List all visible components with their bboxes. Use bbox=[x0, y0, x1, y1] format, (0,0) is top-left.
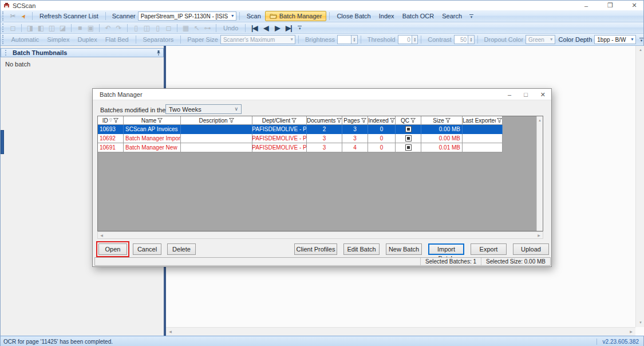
save-batch-icon[interactable]: ◻ bbox=[7, 24, 18, 32]
replace-page-icon[interactable]: ◫ bbox=[46, 24, 57, 32]
batch-manager-button[interactable]: Batch Manager bbox=[265, 11, 327, 21]
column-header-indexed[interactable]: Indexed bbox=[368, 116, 396, 125]
select-pointer-icon[interactable]: ↖ bbox=[191, 24, 202, 32]
rescan-icon[interactable]: ▣ bbox=[85, 24, 96, 32]
threshold-spinner[interactable]: ▲▼ bbox=[412, 35, 418, 44]
delete-page-icon[interactable]: ▯ bbox=[152, 24, 163, 32]
copy-page-icon[interactable]: ◻ bbox=[163, 24, 174, 32]
first-page-button[interactable]: |◀ bbox=[248, 24, 260, 32]
filter-icon[interactable] bbox=[113, 118, 118, 123]
duplex-button[interactable]: Duplex bbox=[73, 35, 101, 44]
edit-page-icon[interactable]: ◪ bbox=[57, 24, 68, 32]
toolbar-overflow-button[interactable]: ▾ bbox=[469, 14, 473, 18]
filter-icon[interactable] bbox=[291, 118, 297, 123]
dialog-restore-button[interactable]: □ bbox=[524, 91, 528, 98]
dialog-close-button[interactable]: ✕ bbox=[540, 91, 546, 99]
qc-checkbox[interactable] bbox=[405, 135, 412, 141]
scroll-up-icon[interactable]: ▲ bbox=[537, 119, 543, 122]
close-batch-button[interactable]: Close Batch bbox=[333, 11, 374, 21]
dialog-minimize-button[interactable]: – bbox=[508, 91, 511, 98]
split-page-icon[interactable]: ◫ bbox=[141, 24, 152, 32]
scroll-right-icon[interactable]: ▶ bbox=[627, 328, 635, 336]
column-header-description[interactable]: Description bbox=[181, 116, 252, 125]
rotate-right-icon[interactable]: ↷ bbox=[113, 24, 124, 32]
cancel-button[interactable]: Cancel bbox=[133, 243, 161, 255]
qc-checkbox[interactable] bbox=[405, 126, 412, 132]
scanner-select[interactable]: PaperStream_IP SP-1130N - [ISIS ▼ bbox=[138, 11, 236, 21]
table-row[interactable]: 10693SCScan AP InvoicesPAFISDEMOLIVE - P… bbox=[98, 125, 503, 134]
close-button[interactable]: ✕ bbox=[630, 2, 639, 9]
client-profiles-button[interactable]: Client Profiles bbox=[294, 243, 337, 255]
simplex-button[interactable]: Simplex bbox=[43, 35, 73, 44]
restore-button[interactable]: ❐ bbox=[606, 2, 615, 9]
filter-icon[interactable] bbox=[497, 118, 502, 123]
scroll-right-icon[interactable]: ▶ bbox=[535, 232, 543, 239]
key-icon[interactable]: ⊶ bbox=[202, 24, 213, 32]
open-button[interactable]: Open bbox=[98, 243, 127, 255]
column-header-last-exported[interactable]: Last Exported bbox=[463, 116, 503, 125]
column-header-dept-client[interactable]: Dept/Client bbox=[252, 116, 307, 125]
column-header-id[interactable]: ID▽ bbox=[98, 116, 124, 125]
ocr-icon[interactable]: ▦ bbox=[180, 24, 191, 32]
table-row[interactable]: 10691Batch Manager NewPAFISDEMOLIVE - P3… bbox=[98, 143, 503, 152]
grid-horizontal-scrollbar[interactable]: ◀ ▶ bbox=[97, 231, 543, 239]
column-header-name[interactable]: Name bbox=[124, 116, 181, 125]
brightness-spinner[interactable]: ▲▼ bbox=[351, 35, 358, 44]
filter-icon[interactable] bbox=[390, 118, 395, 123]
brightness-input[interactable] bbox=[337, 35, 351, 44]
refresh-scanner-list-button[interactable]: Refresh Scanner List bbox=[35, 11, 102, 21]
search-button[interactable]: Search bbox=[438, 11, 466, 21]
batches-filter-select[interactable]: Two Weeks ∨ bbox=[165, 104, 242, 114]
next-page-button[interactable]: ▶ bbox=[271, 24, 283, 32]
filter-icon[interactable] bbox=[445, 118, 451, 123]
scroll-left-icon[interactable]: ◀ bbox=[98, 232, 105, 239]
column-header-documents[interactable]: Documents bbox=[307, 116, 342, 125]
export-page-icon[interactable]: ◧ bbox=[35, 24, 46, 32]
dropout-color-select[interactable]: Green ▼ bbox=[526, 35, 555, 44]
edit-batch-button[interactable]: Edit Batch bbox=[343, 243, 380, 255]
disconnect-scanner-icon[interactable]: ✂ bbox=[7, 12, 18, 20]
last-page-button[interactable]: ▶| bbox=[283, 24, 294, 32]
delete-button[interactable]: Delete bbox=[167, 243, 196, 255]
toolbar-overflow-button[interactable]: ▾ bbox=[639, 38, 643, 42]
index-button[interactable]: Index bbox=[375, 11, 398, 21]
separators-button[interactable]: Separators bbox=[139, 35, 178, 44]
filter-icon[interactable] bbox=[157, 118, 163, 123]
column-header-pages[interactable]: Pages bbox=[342, 116, 368, 125]
qc-checkbox[interactable] bbox=[405, 144, 412, 151]
rotate-left-icon[interactable]: ↶ bbox=[102, 24, 113, 32]
filter-icon[interactable] bbox=[229, 118, 234, 123]
previous-page-button[interactable]: ◀ bbox=[260, 24, 271, 32]
panel-edge-tab[interactable] bbox=[1, 130, 4, 154]
filter-icon[interactable] bbox=[410, 118, 416, 123]
automatic-button[interactable]: Automatic bbox=[7, 35, 43, 44]
color-depth-select[interactable]: 1bpp - B/W ▼ bbox=[594, 35, 636, 44]
filter-icon[interactable] bbox=[361, 118, 366, 123]
import-page-icon[interactable]: ◨ bbox=[25, 24, 35, 32]
stop-scan-icon[interactable]: ■ bbox=[74, 24, 85, 32]
threshold-input[interactable]: 0 bbox=[398, 35, 412, 44]
toolbar-overflow-button[interactable]: ▾ bbox=[298, 26, 302, 30]
export-batch-button[interactable]: Export Batch bbox=[471, 243, 507, 255]
paper-size-select[interactable]: Scanner's Maximum ▼ bbox=[220, 35, 295, 44]
upload-batch-button[interactable]: Upload Batch bbox=[513, 243, 549, 255]
column-header-size[interactable]: Size bbox=[421, 116, 463, 125]
flat-bed-button[interactable]: Flat Bed bbox=[101, 35, 133, 44]
undo-button[interactable]: Undo bbox=[219, 23, 242, 33]
scroll-up-icon[interactable]: ▲ bbox=[636, 46, 644, 54]
grid-vertical-scrollbar[interactable]: ▲ bbox=[536, 116, 543, 231]
contrast-input[interactable]: 50 bbox=[454, 35, 468, 44]
import-batch-button[interactable]: Import Batch bbox=[428, 243, 464, 255]
scan-button[interactable]: Scan bbox=[243, 11, 265, 21]
column-header-qc[interactable]: QC bbox=[396, 116, 421, 125]
contrast-spinner[interactable]: ▲▼ bbox=[468, 35, 475, 44]
insert-page-icon[interactable]: ▯ bbox=[131, 24, 141, 32]
eject-icon[interactable]: ➤ bbox=[18, 10, 30, 22]
scroll-down-icon[interactable]: ▼ bbox=[636, 319, 644, 327]
filter-icon[interactable] bbox=[337, 118, 342, 123]
pin-icon[interactable] bbox=[156, 50, 161, 56]
table-row[interactable]: 10692Batch Manager ImportPAFISDEMOLIVE -… bbox=[98, 134, 503, 143]
scroll-left-icon[interactable]: ◀ bbox=[166, 328, 175, 336]
minimize-button[interactable]: – bbox=[582, 2, 591, 9]
batch-ocr-button[interactable]: Batch OCR bbox=[398, 11, 438, 21]
